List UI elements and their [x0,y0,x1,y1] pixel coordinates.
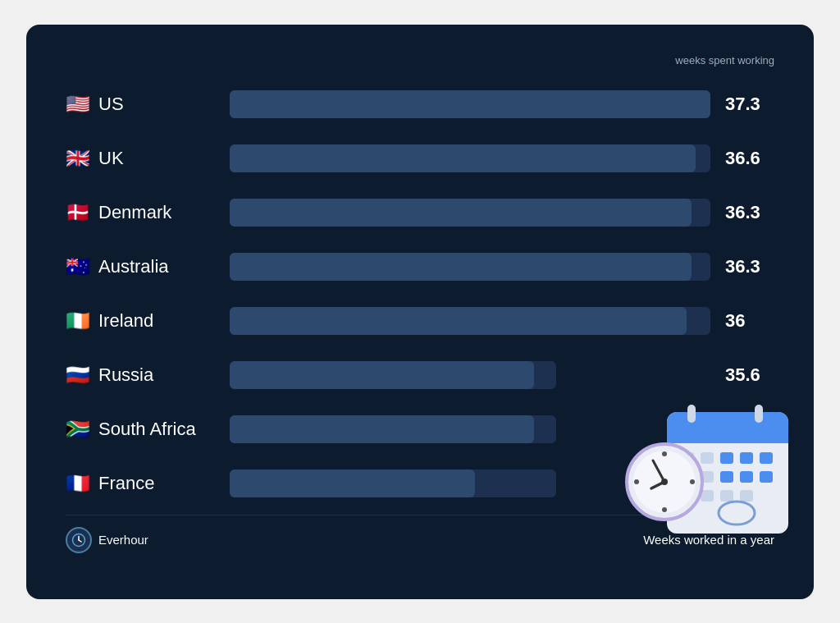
svg-rect-13 [740,471,753,483]
main-card: weeks spent working 🇺🇸US37.3🇬🇧UK36.6🇩🇰De… [26,25,814,599]
svg-rect-8 [740,452,753,464]
country-name: Russia [98,364,153,386]
bar-fill [230,253,692,281]
bar-fill [230,361,534,389]
svg-rect-14 [760,471,773,483]
bar-value: 37.3 [725,94,774,115]
bar-row: 🇦🇺Australia36.3 [66,244,774,290]
country-label: 🇫🇷France [66,472,230,495]
flag-icon: 🇦🇺 [66,255,90,278]
country-name: Ireland [98,310,153,332]
illustration [622,392,794,555]
country-name: Denmark [98,202,171,223]
bar-row: 🇩🇰Denmark36.3 [66,190,774,236]
flag-icon: 🇺🇸 [66,93,90,116]
brand: Everhour [66,527,148,553]
bar-fill [230,90,710,118]
country-label: 🇩🇰Denmark [66,201,230,224]
svg-rect-17 [720,490,733,502]
country-name: Australia [98,256,169,277]
header-subtitle: weeks spent working [66,54,774,66]
flag-icon: 🇫🇷 [66,472,90,495]
flag-icon: 🇩🇰 [66,201,90,224]
bar-row: 🇺🇸US37.3 [66,81,774,127]
svg-rect-7 [720,452,733,464]
country-name: France [98,473,154,494]
svg-point-23 [662,507,667,512]
bar-container [230,90,710,118]
bar-value: 36.6 [725,148,774,169]
bar-row: 🇬🇧UK36.6 [66,135,774,181]
bar-fill [230,307,687,335]
bar-fill [230,199,692,227]
bar-container [230,307,710,335]
bar-container [230,361,710,389]
country-label: 🇺🇸US [66,93,230,116]
svg-point-28 [661,479,668,485]
bar-value: 35.6 [725,364,774,386]
bar-container [230,199,710,227]
country-label: 🇿🇦South Africa [66,418,230,441]
bar-container [230,144,710,172]
svg-line-31 [79,540,81,542]
country-label: 🇮🇪Ireland [66,309,230,332]
bar-fill [230,415,534,443]
bar-row: 🇮🇪Ireland36 [66,298,774,344]
svg-rect-12 [720,471,733,483]
country-label: 🇬🇧UK [66,147,230,170]
svg-rect-9 [760,452,773,464]
bar-fill [230,144,696,172]
brand-icon [66,527,92,553]
svg-point-24 [634,479,639,484]
bar-value: 36 [725,310,774,332]
country-name: South Africa [98,419,196,440]
bar-fill [230,470,475,497]
svg-rect-18 [740,490,753,502]
bar-container [230,253,710,281]
svg-rect-2 [667,428,788,443]
flag-icon: 🇿🇦 [66,418,90,441]
flag-icon: 🇷🇺 [66,364,90,387]
flag-icon: 🇬🇧 [66,147,90,170]
svg-point-22 [662,451,667,456]
country-name: UK [98,148,124,169]
bar-value: 36.3 [725,202,774,223]
svg-rect-4 [755,405,763,423]
country-name: US [98,94,124,115]
bar-value: 36.3 [725,256,774,277]
svg-rect-6 [701,452,714,464]
country-label: 🇦🇺Australia [66,255,230,278]
svg-rect-3 [687,405,696,423]
svg-point-25 [690,479,695,484]
country-label: 🇷🇺Russia [66,364,230,387]
flag-icon: 🇮🇪 [66,309,90,332]
